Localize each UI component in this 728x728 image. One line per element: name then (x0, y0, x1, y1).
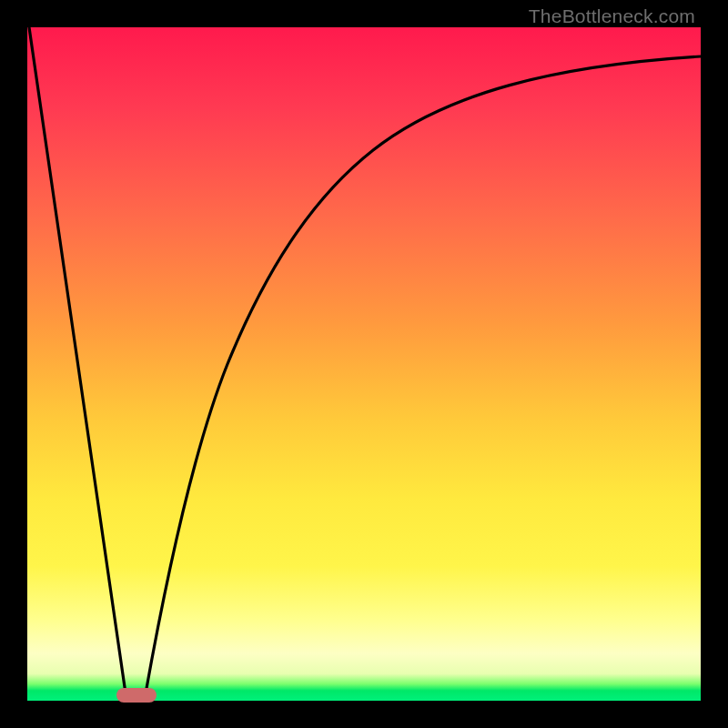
curve-right-branch (146, 56, 701, 693)
curve-left-branch (29, 27, 126, 693)
minimum-marker (116, 688, 157, 703)
chart-frame: TheBottleneck.com (0, 0, 728, 728)
plot-area (27, 27, 701, 701)
bottleneck-curve (27, 27, 701, 701)
watermark-text: TheBottleneck.com (529, 5, 695, 27)
